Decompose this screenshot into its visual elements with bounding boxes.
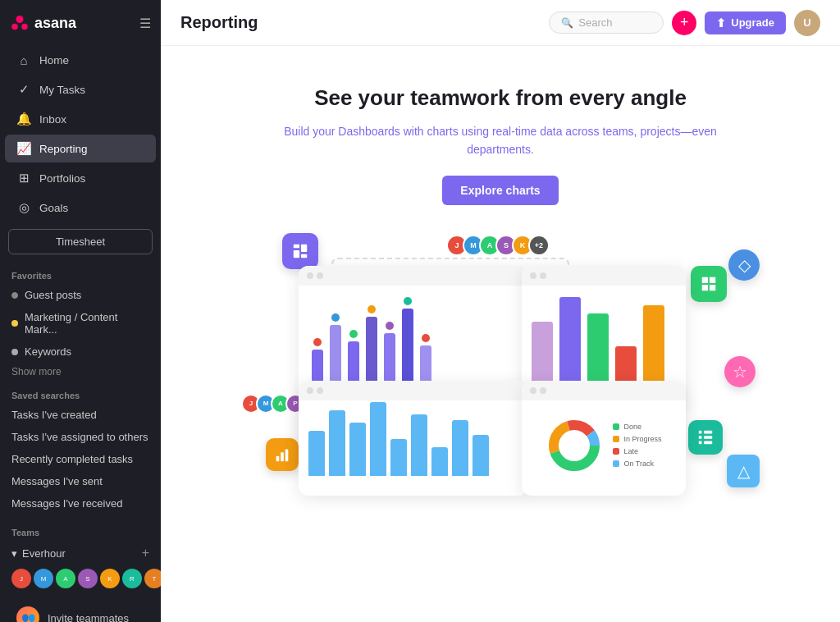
- illustration-container: ◇ ☆ △ J M A S K +2: [233, 225, 768, 504]
- nav-portfolios-label: Portfolios: [39, 172, 85, 185]
- search-icon: 🔍: [561, 17, 573, 29]
- nav-inbox-label: Inbox: [39, 113, 66, 126]
- dot-icon: [11, 292, 18, 299]
- sidebar-header: asana ☰: [0, 0, 161, 46]
- chart-icon: 📈: [16, 141, 31, 156]
- legend-dot: [613, 423, 619, 430]
- bar-dot: [349, 330, 358, 338]
- app-icon-skyblue: △: [727, 455, 760, 487]
- bar-group: [402, 297, 413, 391]
- timesheet-button[interactable]: Timesheet: [8, 229, 153, 254]
- bar-dot: [386, 322, 394, 330]
- show-more-link[interactable]: Show more: [0, 363, 161, 381]
- invite-teammates-label: Invite teammates: [48, 612, 129, 623]
- upgrade-button[interactable]: ⬆ Upgrade: [705, 11, 786, 34]
- dot: [530, 272, 536, 279]
- add-button[interactable]: +: [672, 11, 696, 35]
- add-team-member-icon[interactable]: +: [142, 546, 149, 560]
- hero-text: See your teamwork from every angle Build…: [254, 46, 746, 225]
- svg-rect-4: [294, 250, 299, 258]
- team-name[interactable]: ▾ Everhour: [11, 547, 66, 560]
- bar: [431, 447, 448, 476]
- dot: [317, 387, 323, 394]
- app-icon-orange: [266, 438, 299, 471]
- favorite-label: Marketing / Content Mark...: [25, 311, 149, 336]
- favorite-label: Guest posts: [25, 289, 81, 301]
- app-icon-teal: [688, 420, 723, 455]
- goals-icon: ◎: [16, 200, 31, 215]
- app-icon-purple: [282, 233, 318, 269]
- bar-group: [330, 313, 341, 391]
- favorite-keywords[interactable]: Keywords: [0, 341, 161, 363]
- donut-chart: [546, 417, 603, 474]
- nav-item-home[interactable]: ⌂ Home: [5, 47, 156, 74]
- nav-item-goals[interactable]: ◎ Goals: [5, 194, 156, 222]
- svg-rect-7: [276, 456, 280, 461]
- home-icon: ⌂: [16, 53, 31, 67]
- svg-rect-11: [704, 431, 712, 434]
- nav-item-my-tasks[interactable]: ✓ My Tasks: [5, 75, 156, 103]
- floating-avatars-top: J M A S K +2: [451, 235, 550, 256]
- upgrade-icon: ⬆: [716, 16, 726, 30]
- sidebar: asana ☰ ⌂ Home ✓ My Tasks 🔔 Inbox 📈 Repo…: [0, 0, 161, 622]
- legend-item: Done: [613, 423, 661, 431]
- saved-search-item[interactable]: Messages I've received: [0, 492, 161, 515]
- bar: [349, 423, 366, 476]
- page-title: Reporting: [180, 13, 258, 32]
- legend-item: Late: [613, 447, 661, 455]
- hero-title: See your teamwork from every angle: [274, 85, 727, 111]
- favorite-guest-posts[interactable]: Guest posts: [0, 284, 161, 306]
- svg-point-0: [16, 16, 24, 23]
- bar: [587, 313, 609, 387]
- hamburger-icon[interactable]: ☰: [139, 16, 151, 31]
- invite-avatar-icon: 👥: [16, 606, 39, 622]
- teams-title: Teams: [0, 518, 161, 541]
- floating-avatars-left: J M A P: [241, 394, 305, 414]
- search-bar[interactable]: 🔍 Search: [549, 11, 664, 34]
- explore-charts-button[interactable]: Explore charts: [442, 176, 558, 205]
- app-icon-blue: ◇: [728, 249, 760, 281]
- svg-rect-8: [281, 452, 284, 461]
- chevron-down-icon: ▾: [11, 547, 17, 560]
- card-header: [522, 381, 686, 400]
- dot: [307, 387, 313, 394]
- bar: [366, 317, 377, 391]
- bell-icon: 🔔: [16, 112, 31, 126]
- nav-item-portfolios[interactable]: ⊞ Portfolios: [5, 164, 156, 192]
- saved-searches-title: Saved searches: [0, 381, 161, 404]
- legend-item: On Track: [613, 460, 661, 468]
- bar-dot: [404, 297, 412, 305]
- dot-icon: [11, 320, 18, 327]
- invite-teammates-button[interactable]: 👥 Invite teammates: [5, 598, 156, 622]
- bar: [402, 309, 413, 391]
- bar: [472, 435, 489, 476]
- bar-dot: [313, 338, 322, 346]
- nav-item-inbox[interactable]: 🔔 Inbox: [5, 105, 156, 133]
- saved-search-item[interactable]: Tasks I've created: [0, 404, 161, 426]
- nav-item-reporting[interactable]: 📈 Reporting: [5, 135, 156, 162]
- avatar: T: [144, 569, 161, 588]
- check-icon: ✓: [16, 82, 31, 97]
- team-avatars: J M A S K R T: [0, 565, 161, 595]
- avatar: S: [78, 569, 98, 588]
- dot: [317, 272, 323, 279]
- favorites-title: Favorites: [0, 261, 161, 284]
- asana-logo-icon: [10, 13, 30, 33]
- svg-rect-10: [699, 431, 702, 434]
- team-header: ▾ Everhour +: [0, 541, 161, 565]
- search-placeholder: Search: [578, 16, 612, 29]
- legend-item: In Progress: [613, 435, 661, 443]
- bar: [452, 420, 468, 476]
- svg-rect-5: [301, 245, 307, 252]
- dot: [530, 387, 536, 394]
- saved-search-item[interactable]: Tasks I've assigned to others: [0, 426, 161, 448]
- nav-tasks-label: My Tasks: [39, 84, 85, 96]
- svg-rect-13: [704, 436, 712, 439]
- asana-logo[interactable]: asana: [10, 13, 76, 33]
- svg-rect-14: [699, 441, 702, 444]
- saved-search-item[interactable]: Messages I've sent: [0, 470, 161, 492]
- user-avatar[interactable]: U: [794, 10, 820, 36]
- saved-search-item[interactable]: Recently completed tasks: [0, 448, 161, 470]
- svg-rect-9: [285, 449, 289, 461]
- favorite-marketing[interactable]: Marketing / Content Mark...: [0, 306, 161, 341]
